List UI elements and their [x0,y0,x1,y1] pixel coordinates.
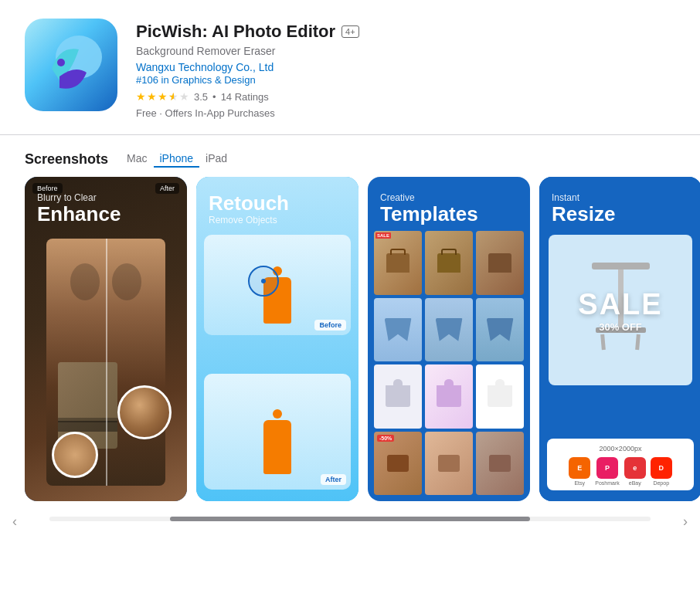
enhance-large-text: Enhance [37,203,121,225]
templates-grid: -50% SALE [374,231,524,495]
resize-small-text: Instant [552,192,615,203]
magnifier-circle [117,385,172,439]
app-subtitle: Background Remover Eraser [136,45,675,57]
screenshots-header: Screenshots Mac iPhone iPad [0,151,700,177]
retouch-small-text: Remove Objects [209,215,289,225]
template-cell-7 [374,364,422,429]
rating-count: • [212,91,216,103]
app-icon-wrapper [25,19,117,111]
app-developer-link[interactable]: Wangxu Technology Co., Ltd [136,61,274,73]
templates-text-overlay: Creative Templates [380,192,478,225]
platform-poshmark: P Poshmark [595,457,620,486]
rating-count-label: 14 Ratings [221,91,269,103]
star-1: ★ [136,90,146,103]
app-icon [25,19,117,111]
template-cell-4 [374,298,422,362]
screenshot-card-retouch: Retouch Remove Objects [196,177,358,501]
platform-etsy: E Etsy [569,457,590,486]
enhance-small-text: Blurry to Clear [37,192,121,203]
sale-badge: -50% [377,435,394,442]
templates-large-text: Templates [380,203,478,225]
platform-ebay: e eBay [624,457,646,486]
scrollbar-area[interactable]: ‹ › [0,514,700,527]
screenshots-section: Screenshots Mac iPhone iPad Blurry to Cl… [0,135,700,527]
enhance-text-overlay: Blurry to Clear Enhance [37,192,121,225]
screenshots-scroll-area[interactable]: Blurry to Clear Enhance [0,177,700,514]
tab-iphone[interactable]: iPhone [154,151,200,168]
resize-large-text: Resize [552,203,615,225]
tab-mac[interactable]: Mac [121,151,153,168]
star-rating: ★ ★ ★ ★★ ★ [136,90,189,103]
sale-percent: 30% OFF [578,321,662,333]
template-cell-11: SALE [425,432,473,496]
scroll-right-arrow[interactable]: › [683,514,688,530]
app-info: PicWish: AI Photo Editor 4+ Background R… [136,19,675,119]
retouch-after-badge: After [321,474,346,485]
app-price: Free · Offers In-App Purchases [136,107,675,119]
template-cell-5 [425,298,473,362]
after-label: After [155,183,179,194]
template-cell-10: -50% [374,432,422,496]
template-cell-2 [425,231,473,295]
app-rank: #106 in Graphics & Design [136,74,675,86]
app-header: PicWish: AI Photo Editor 4+ Background R… [0,0,700,134]
retouch-large-text: Retouch [209,192,289,215]
enhance-image-area: Before After [25,177,187,501]
retouch-text-overlay: Retouch Remove Objects [209,192,289,225]
scrollbar-track[interactable] [49,517,651,521]
scrollbar-thumb[interactable] [170,517,531,521]
star-4: ★★ [168,90,178,103]
template-cell-6 [476,298,524,362]
rating-row: ★ ★ ★ ★★ ★ 3.5 • 14 Ratings [136,90,675,103]
template-cell-3 [476,231,524,295]
template-cell-1 [374,231,422,295]
star-5: ★ [179,90,189,103]
before-label: Before [32,183,63,194]
sale-text: SALE [578,288,662,321]
screenshot-card-resize: Instant Resize [539,177,700,501]
star-3: ★ [158,90,168,103]
screenshot-card-templates: Creative Templates [368,177,530,501]
screenshot-card-enhance: Blurry to Clear Enhance [25,177,187,501]
device-tabs: Mac iPhone iPad [121,151,233,168]
resize-image-area: SALE 30% OFF 2000×2000px E Etsy [539,177,700,501]
screenshots-title: Screenshots [25,151,108,168]
platform-depop: D Depop [651,457,672,486]
templates-small-text: Creative [380,192,478,203]
resize-size: 2000×2000px [552,445,689,453]
age-badge: 4+ [342,25,359,38]
rating-number: 3.5 [194,91,208,103]
template-cell-9 [476,364,524,429]
tab-ipad[interactable]: iPad [199,151,233,168]
retouch-before-badge: Before [314,320,346,331]
star-2: ★ [147,90,157,103]
template-cell-12 [476,432,524,496]
svg-point-2 [57,59,65,66]
template-cell-8 [425,364,473,429]
scroll-left-arrow[interactable]: ‹ [12,514,17,530]
resize-text-overlay: Instant Resize [552,192,615,225]
retouch-image-area: Before After [196,177,358,501]
app-title-row: PicWish: AI Photo Editor 4+ [136,22,675,42]
app-title: PicWish: AI Photo Editor [136,22,335,42]
